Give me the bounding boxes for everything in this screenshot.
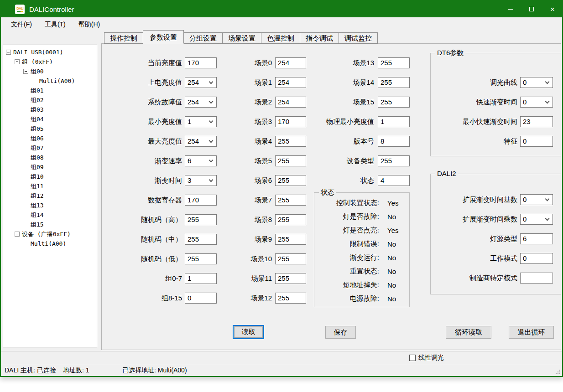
tree-item[interactable]: 组09: [3, 162, 97, 172]
field-control[interactable]: 0: [520, 214, 553, 225]
field-control[interactable]: 255: [275, 136, 306, 147]
tab[interactable]: 操作控制: [104, 32, 143, 44]
tab[interactable]: 调试监控: [339, 32, 378, 44]
field-control[interactable]: [520, 273, 553, 284]
field-control[interactable]: 170: [275, 116, 306, 127]
status-label: 灯是否故障:: [314, 212, 379, 221]
field-control[interactable]: 254: [185, 136, 217, 147]
tree-item[interactable]: 组05: [3, 124, 97, 134]
field-control[interactable]: 255: [275, 175, 306, 186]
exit-loop-button[interactable]: 退出循环: [509, 326, 554, 339]
field-control[interactable]: 170: [185, 195, 217, 206]
checkbox-label: 线性调光: [418, 354, 444, 362]
tree-expander-icon[interactable]: [23, 69, 28, 74]
read-button[interactable]: 读取: [233, 325, 264, 339]
tree-expander-icon[interactable]: [15, 232, 20, 237]
menu-item[interactable]: 文件(F): [5, 17, 38, 31]
tree-item[interactable]: 组11: [3, 181, 97, 191]
field-control[interactable]: 255: [185, 214, 217, 225]
tab[interactable]: 场景设置: [222, 32, 261, 44]
field-control[interactable]: 4: [378, 175, 410, 186]
tab[interactable]: 色温控制: [261, 32, 300, 44]
tree-item[interactable]: Multi(A00): [3, 239, 97, 248]
field-control[interactable]: 170: [185, 57, 217, 68]
tree-item[interactable]: 组04: [3, 114, 97, 124]
field-row: 快速渐变时间 0: [431, 97, 561, 108]
field-control[interactable]: 255: [185, 253, 217, 264]
tree-item[interactable]: 组14: [3, 210, 97, 220]
tree-item[interactable]: 组01: [3, 86, 97, 95]
field-control[interactable]: 255: [378, 155, 410, 166]
field-control[interactable]: 255: [185, 234, 217, 245]
field-row: 数据寄存器 170: [128, 195, 217, 206]
field-control[interactable]: 23: [520, 116, 553, 127]
field-control[interactable]: 1: [185, 116, 217, 127]
field-control[interactable]: 6: [185, 155, 217, 166]
field-control[interactable]: 254: [275, 57, 306, 68]
field-control[interactable]: 255: [275, 214, 306, 225]
field-control[interactable]: 255: [275, 234, 306, 245]
tree-item[interactable]: 组10: [3, 172, 97, 181]
field-control[interactable]: 6: [520, 233, 553, 244]
field-control[interactable]: 0: [185, 293, 217, 304]
status-row: 渐变运行: No: [314, 253, 409, 262]
field-control[interactable]: 255: [275, 253, 306, 264]
tree-item[interactable]: 组15: [3, 220, 97, 229]
field-row: 随机码（中） 255: [128, 234, 217, 245]
field-control[interactable]: 3: [185, 175, 217, 186]
field-control[interactable]: 254: [185, 77, 217, 88]
field-control[interactable]: 0: [520, 136, 553, 147]
tab[interactable]: 指令调试: [300, 32, 339, 44]
tree-item[interactable]: 组07: [3, 143, 97, 153]
minimize-button[interactable]: [500, 0, 521, 18]
field-control[interactable]: 1: [378, 116, 410, 127]
tree-item-label: 设备 (广播0xFF): [22, 229, 71, 239]
tree-item[interactable]: 组 (0xFF): [3, 57, 97, 67]
field-value: 1: [378, 117, 409, 127]
tree-item[interactable]: 组03: [3, 105, 97, 114]
tree-item[interactable]: Multi(A00): [3, 76, 97, 86]
tab[interactable]: 分组设置: [183, 32, 223, 44]
tree-expander-icon[interactable]: [15, 59, 20, 64]
field-control[interactable]: 255: [275, 273, 306, 284]
linear-dimming-checkbox[interactable]: 线性调光: [409, 354, 444, 362]
field-row: 场景1 254: [237, 77, 306, 88]
field-row: 最小亮度值 1: [128, 116, 217, 127]
field-control[interactable]: 255: [275, 293, 306, 304]
resize-grip[interactable]: [559, 373, 560, 374]
maximize-button[interactable]: [521, 0, 542, 18]
tree-item[interactable]: 组06: [3, 134, 97, 143]
close-button[interactable]: ×: [542, 0, 563, 18]
tree-item[interactable]: 设备 (广播0xFF): [3, 229, 97, 239]
tree-expander-icon[interactable]: [6, 50, 11, 55]
field-label: 场景12: [237, 294, 272, 303]
field-control[interactable]: 254: [275, 77, 306, 88]
save-button[interactable]: 保存: [325, 326, 356, 339]
field-control[interactable]: 254: [275, 97, 306, 108]
field-control[interactable]: 254: [185, 97, 217, 108]
field-control[interactable]: 0: [520, 253, 553, 264]
field-control[interactable]: 0: [520, 194, 553, 205]
field-control[interactable]: 255: [378, 77, 410, 88]
field-label: 场景10: [237, 255, 272, 263]
loop-read-button[interactable]: 循环读取: [446, 326, 491, 339]
field-control[interactable]: 0: [520, 77, 553, 88]
tree-item[interactable]: 组13: [3, 201, 97, 210]
menu-item[interactable]: 帮助(H): [72, 17, 106, 31]
field-control[interactable]: 255: [378, 97, 410, 108]
field-value: 254: [276, 77, 306, 88]
tab[interactable]: 参数设置: [143, 30, 184, 44]
field-control[interactable]: 0: [520, 97, 553, 108]
tree-item[interactable]: 组12: [3, 191, 97, 201]
menu-item[interactable]: 工具(T): [38, 17, 72, 31]
field-control[interactable]: 1: [185, 273, 217, 284]
field-control[interactable]: 8: [378, 136, 410, 147]
field-control[interactable]: 255: [275, 155, 306, 166]
field-control[interactable]: 255: [378, 57, 410, 68]
tree-item[interactable]: 组00: [3, 67, 97, 76]
tree-item[interactable]: 组08: [3, 153, 97, 162]
tree-item[interactable]: DALI USB(0001): [3, 47, 97, 57]
field-control[interactable]: 255: [275, 195, 306, 206]
field-value: 255: [276, 156, 306, 166]
tree-item[interactable]: 组02: [3, 95, 97, 105]
